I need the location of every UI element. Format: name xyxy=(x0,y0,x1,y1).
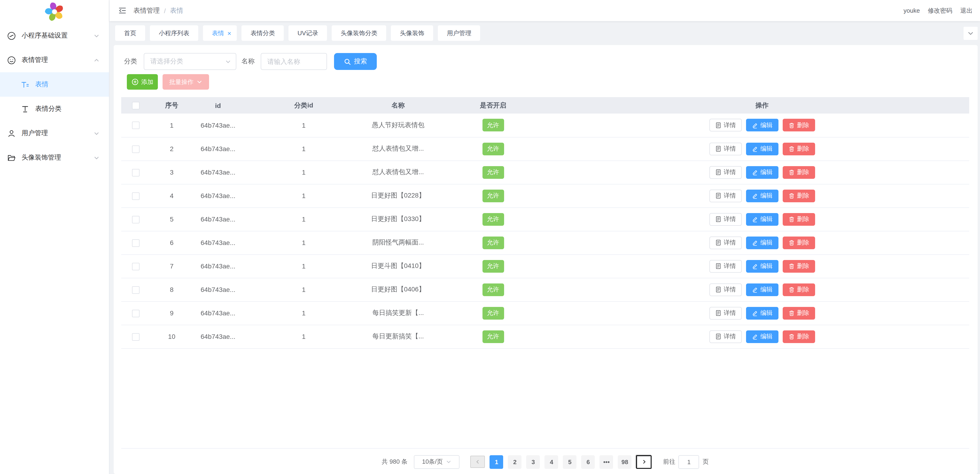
delete-button[interactable]: 删除 xyxy=(783,236,815,249)
delete-button[interactable]: 删除 xyxy=(783,189,815,202)
add-button[interactable]: 添加 xyxy=(127,74,158,90)
tab-uv-record[interactable]: UV记录 xyxy=(288,25,327,41)
detail-button[interactable]: 详情 xyxy=(709,166,741,179)
detail-button[interactable]: 详情 xyxy=(709,143,741,155)
edit-button[interactable]: 编辑 xyxy=(746,307,778,319)
delete-button[interactable]: 删除 xyxy=(783,119,815,132)
trash-icon xyxy=(788,310,795,316)
tab-emoji-category[interactable]: 表情分类 xyxy=(242,25,284,41)
detail-button[interactable]: 详情 xyxy=(709,213,741,225)
trash-icon xyxy=(788,122,795,128)
edit-button[interactable]: 编辑 xyxy=(746,213,778,225)
sidebar-item-emoji-category[interactable]: 表情分类 xyxy=(0,97,109,121)
detail-button[interactable]: 详情 xyxy=(709,330,741,343)
page-button[interactable]: 6 xyxy=(581,455,595,469)
username-label[interactable]: youke xyxy=(904,7,920,14)
detail-button[interactable]: 详情 xyxy=(709,119,741,132)
row-actions: 详情 编辑 删除 xyxy=(555,260,969,273)
tab-user-management[interactable]: 用户管理 xyxy=(438,25,480,41)
edit-button[interactable]: 编辑 xyxy=(746,330,778,343)
row-checkbox[interactable] xyxy=(132,309,139,317)
sidebar-item-user-management[interactable]: 用户管理 xyxy=(0,121,109,146)
delete-button[interactable]: 删除 xyxy=(783,143,815,155)
pencil-icon xyxy=(751,146,758,152)
edit-button[interactable]: 编辑 xyxy=(746,236,778,249)
delete-button[interactable]: 删除 xyxy=(783,330,815,343)
document-icon xyxy=(715,263,721,269)
row-checkbox[interactable] xyxy=(132,122,139,129)
cell-category-id: 1 xyxy=(242,114,365,137)
delete-button[interactable]: 删除 xyxy=(783,166,815,179)
delete-button[interactable]: 删除 xyxy=(783,307,815,319)
column-header-name: 名称 xyxy=(365,97,431,114)
logout-link[interactable]: 退出 xyxy=(960,6,972,15)
breadcrumb-item[interactable]: 表情管理 xyxy=(134,6,160,15)
select-all-checkbox[interactable] xyxy=(132,102,139,109)
next-page-button[interactable] xyxy=(636,455,652,469)
edit-button[interactable]: 编辑 xyxy=(746,260,778,273)
detail-button[interactable]: 详情 xyxy=(709,260,741,273)
tab-miniprogram-list[interactable]: 小程序列表 xyxy=(150,25,198,41)
row-checkbox[interactable] xyxy=(132,169,139,176)
chevron-down-icon xyxy=(94,130,100,136)
goto-page-input[interactable] xyxy=(679,455,699,469)
sidebar-item-avatar-decoration-management[interactable]: 头像装饰管理 xyxy=(0,146,109,170)
tabs-more-button[interactable] xyxy=(964,27,978,40)
detail-button[interactable]: 详情 xyxy=(709,283,741,296)
chevron-right-icon xyxy=(641,459,647,464)
edit-button[interactable]: 编辑 xyxy=(746,283,778,296)
delete-button[interactable]: 删除 xyxy=(783,213,815,225)
row-actions: 详情 编辑 删除 xyxy=(555,330,969,343)
page-button[interactable]: 4 xyxy=(545,455,558,469)
delete-button[interactable]: 删除 xyxy=(783,283,815,296)
page-size-select[interactable]: 10条/页 xyxy=(414,455,460,469)
change-password-link[interactable]: 修改密码 xyxy=(928,6,952,15)
filter-row: 分类 请选择分类 名称 搜索 xyxy=(121,53,969,70)
edit-button[interactable]: 编辑 xyxy=(746,189,778,202)
row-checkbox[interactable] xyxy=(132,333,139,341)
sidebar-item-emoji[interactable]: 表情 xyxy=(0,72,109,97)
sidebar-item-miniprogram-settings[interactable]: 小程序基础设置 xyxy=(0,24,109,48)
cell-category-id: 1 xyxy=(242,160,365,184)
cell-seq: 2 xyxy=(150,137,194,160)
row-checkbox[interactable] xyxy=(132,239,139,247)
close-icon[interactable]: × xyxy=(228,30,231,36)
tab-home[interactable]: 首页 xyxy=(115,25,145,41)
detail-button[interactable]: 详情 xyxy=(709,236,741,249)
edit-button[interactable]: 编辑 xyxy=(746,166,778,179)
row-actions: 详情 编辑 删除 xyxy=(555,119,969,132)
page-button[interactable]: 5 xyxy=(563,455,577,469)
detail-button[interactable]: 详情 xyxy=(709,307,741,319)
tab-emoji[interactable]: 表情 × xyxy=(203,25,237,41)
page-ellipsis-button[interactable]: ••• xyxy=(600,455,613,469)
chevron-down-icon xyxy=(94,33,100,39)
sidebar-fold-icon[interactable] xyxy=(118,6,127,15)
prev-page-button[interactable] xyxy=(471,456,485,468)
row-checkbox[interactable] xyxy=(132,192,139,200)
cell-seq: 3 xyxy=(150,160,194,184)
column-header-enabled: 是否开启 xyxy=(431,97,555,114)
sidebar-item-emoji-management[interactable]: 表情管理 xyxy=(0,48,109,72)
edit-button[interactable]: 编辑 xyxy=(746,119,778,132)
tab-avatar-decoration-category[interactable]: 头像装饰分类 xyxy=(332,25,387,41)
batch-operation-button[interactable]: 批量操作 xyxy=(162,74,209,90)
category-select[interactable]: 请选择分类 xyxy=(144,53,236,70)
pencil-icon xyxy=(751,192,758,199)
delete-button[interactable]: 删除 xyxy=(783,260,815,273)
page-button[interactable]: 1 xyxy=(490,455,503,469)
page-button[interactable]: 2 xyxy=(508,455,522,469)
cell-category-id: 1 xyxy=(242,231,365,254)
row-actions: 详情 编辑 删除 xyxy=(555,143,969,155)
name-input[interactable] xyxy=(261,53,327,70)
row-checkbox[interactable] xyxy=(132,286,139,293)
row-checkbox[interactable] xyxy=(132,263,139,270)
row-checkbox[interactable] xyxy=(132,145,139,153)
detail-button[interactable]: 详情 xyxy=(709,189,741,202)
tab-avatar-decoration[interactable]: 头像装饰 xyxy=(391,25,433,41)
row-checkbox[interactable] xyxy=(132,216,139,223)
breadcrumb-item-current: 表情 xyxy=(170,6,183,15)
search-button[interactable]: 搜索 xyxy=(334,53,377,70)
page-button[interactable]: 98 xyxy=(618,455,632,469)
edit-button[interactable]: 编辑 xyxy=(746,143,778,155)
page-button[interactable]: 3 xyxy=(527,455,540,469)
